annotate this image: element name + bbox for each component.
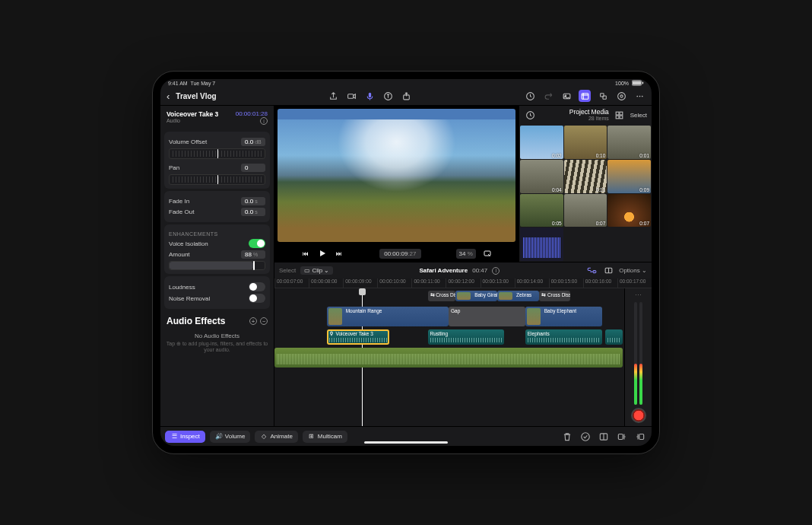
media-thumb[interactable]: 0:05 <box>520 194 563 228</box>
home-indicator[interactable] <box>364 441 448 444</box>
clip-name: Voiceover Take 3 <box>167 110 218 118</box>
photos-icon[interactable] <box>560 90 573 102</box>
mic-icon[interactable] <box>364 90 376 102</box>
media-select-button[interactable]: Select <box>630 112 647 119</box>
clip-label: Rustling <box>430 331 448 336</box>
fade-out-value[interactable]: 0.0s <box>241 208 265 216</box>
time-tick: 00:00:08:00 <box>309 278 343 288</box>
snapping-icon[interactable] <box>602 265 614 277</box>
timeline-clip[interactable] <box>605 329 623 345</box>
media-thumb[interactable]: 0:04 <box>520 160 563 193</box>
time-tick: 00:00:09:00 <box>343 278 377 288</box>
redo-icon[interactable] <box>542 90 554 102</box>
media-thumb[interactable]: 0:09 <box>607 160 651 193</box>
time-tick: 00:00:12:00 <box>446 278 480 288</box>
media-thumb[interactable] <box>520 228 563 261</box>
viewer: ⏮ ⏭ 00:00:09:27 34 % <box>274 106 519 262</box>
sequence-info-icon[interactable]: i <box>492 267 500 275</box>
timeline-options[interactable]: Options ⌄ <box>619 267 647 274</box>
inspector-panel: Voiceover Take 3 Audio 00:00:01:28 i Vol… <box>160 106 274 426</box>
media-thumb[interactable]: 0:10 <box>564 126 607 159</box>
prev-frame-button[interactable]: ⏮ <box>300 248 311 259</box>
export-icon[interactable] <box>401 90 413 102</box>
grid-view-icon[interactable] <box>614 110 626 122</box>
thumb-duration: 0:01 <box>639 153 649 158</box>
timeline-clip[interactable]: Rustling <box>428 329 505 345</box>
timeline-clip[interactable]: Baby Giraffes <box>455 291 497 301</box>
multicam-tab[interactable]: ⊞Multicam <box>303 431 347 443</box>
fade-in-value[interactable]: 0.0s <box>241 197 265 205</box>
media-thumb[interactable]: 0:07 <box>564 194 607 228</box>
link-clips-icon[interactable] <box>585 265 598 277</box>
timeline-clip[interactable]: Gap <box>449 307 525 326</box>
volume-offset-value[interactable]: 0.0dB <box>241 138 265 146</box>
clip-label: ⇆ Cross Diss… <box>430 292 456 298</box>
play-button[interactable] <box>317 248 328 259</box>
media-thumb[interactable]: 0:01 <box>607 126 651 159</box>
animate-tab[interactable]: ◇Animate <box>255 431 297 443</box>
add-effect-button[interactable]: + <box>249 317 257 325</box>
audio-meters-icon[interactable] <box>615 90 627 102</box>
meter-drag-handle[interactable]: ⋯ <box>635 291 642 299</box>
back-button[interactable]: ‹ <box>167 91 170 102</box>
svg-rect-3 <box>348 94 354 97</box>
media-browser-icon[interactable] <box>579 90 591 102</box>
timeline-header: Select ▭ Clip ⌄ Safari Adventure 00:47 i… <box>274 262 652 278</box>
svg-point-14 <box>620 94 622 97</box>
fullscreen-button[interactable] <box>482 248 493 259</box>
sequence-duration: 00:47 <box>472 267 487 274</box>
viewer-timecode[interactable]: 00:00:09:27 <box>379 249 420 259</box>
media-filter-icon[interactable] <box>524 110 536 122</box>
inspect-tab[interactable]: ☰Inspect <box>165 431 205 443</box>
volume-tab[interactable]: 🔊Volume <box>210 431 251 443</box>
clip-timecode: 00:00:01:28 <box>236 110 268 117</box>
preview-canvas[interactable] <box>278 109 515 242</box>
content-library-icon[interactable] <box>597 90 609 102</box>
next-frame-button[interactable]: ⏭ <box>334 248 344 259</box>
battery-icon <box>632 80 644 87</box>
remove-effect-button[interactable]: − <box>260 317 268 325</box>
timeline-clip[interactable]: Zebras <box>497 291 539 301</box>
clip-chip[interactable]: ▭ Clip ⌄ <box>300 266 333 275</box>
status-time: 9:41 AM <box>168 81 188 86</box>
pan-value[interactable]: 0 <box>241 164 265 172</box>
media-thumb[interactable]: 0:02 <box>520 126 563 159</box>
volume-offset-slider[interactable] <box>169 148 265 159</box>
delete-icon[interactable] <box>560 430 574 444</box>
timeline-clip[interactable]: Mountain Range <box>327 307 449 326</box>
timeline-clip[interactable]: 🎙 Voiceover Take 3 <box>327 329 389 345</box>
timeline-clip[interactable]: Elephants <box>525 329 602 345</box>
fade-out-label: Fade Out <box>169 208 194 215</box>
loudness-toggle[interactable] <box>249 282 265 291</box>
media-thumb[interactable]: 0:07 <box>607 194 651 228</box>
amount-value[interactable]: 88% <box>241 250 265 259</box>
voice-isolation-toggle[interactable] <box>249 239 265 248</box>
timeline-clip[interactable]: ⇆ Cross Dissol… <box>539 291 570 301</box>
zoom-pct[interactable]: 34 % <box>456 249 476 259</box>
amount-slider[interactable] <box>169 261 265 270</box>
svg-point-15 <box>636 95 638 97</box>
history-icon[interactable] <box>524 90 536 102</box>
timeline-select-label: Select <box>279 267 296 274</box>
svg-rect-28 <box>639 434 644 439</box>
media-thumb[interactable]: 0:11 <box>564 160 607 193</box>
trim-out-icon[interactable] <box>633 430 647 444</box>
timeline-clip[interactable]: Baby Elephant <box>525 307 602 326</box>
titles-icon[interactable] <box>382 90 395 102</box>
time-tick: 00:00:17:00 <box>617 278 652 288</box>
trim-in-icon[interactable] <box>615 430 629 444</box>
share-icon[interactable] <box>328 90 340 102</box>
more-icon[interactable] <box>633 90 645 102</box>
mark-done-icon[interactable] <box>579 430 592 444</box>
record-button[interactable] <box>631 408 646 423</box>
split-view-icon[interactable] <box>597 430 611 444</box>
noise-removal-toggle[interactable] <box>249 294 265 303</box>
timeline[interactable]: 00:00:07:0000:00:08:0000:00:09:0000:00:1… <box>274 278 652 426</box>
clip-label: Baby Elephant <box>544 308 576 313</box>
camera-icon[interactable] <box>346 90 358 102</box>
timeline-clip[interactable]: ⇆ Cross Diss… <box>428 291 456 301</box>
timeline-clip[interactable] <box>274 348 623 368</box>
pan-slider[interactable] <box>169 174 265 185</box>
info-icon[interactable]: i <box>260 117 268 125</box>
clip-label: Elephants <box>528 331 550 336</box>
